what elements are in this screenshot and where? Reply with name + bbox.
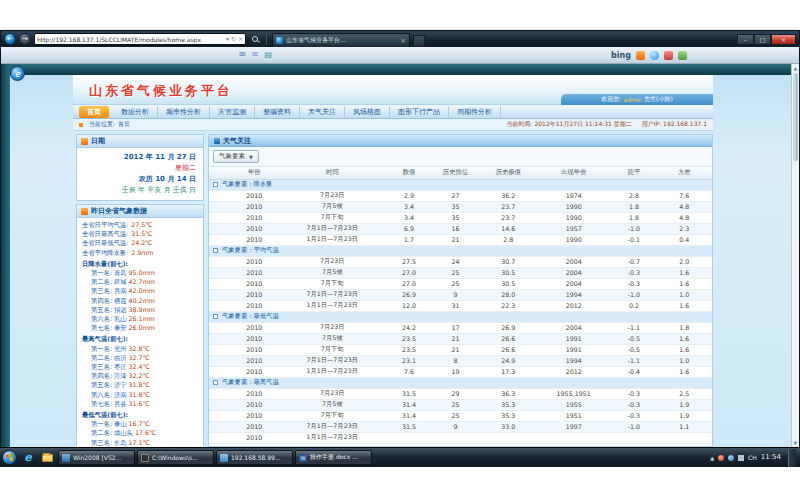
element-filter-button[interactable]: 气象要素 ▼ [213,150,259,163]
tab-close-icon[interactable]: × [400,37,406,45]
table-row[interactable]: 20107月23日27.52430.72004-0.72.0 [209,256,712,267]
cell: 2004 [536,278,611,289]
nav-item-6[interactable]: 风场格图 [345,106,390,118]
row-indent-cell [209,399,232,410]
forward-button-icon[interactable]: → [19,33,31,45]
taskbar-button-1[interactable]: C:\Windows\s... [137,450,214,465]
browser-tab[interactable]: 山东省气候业务平台... × [272,33,410,47]
tab-title[interactable]: 山东省气候业务平台... [286,36,346,45]
rank-item: 第五名:济宁31.8℃ [82,380,200,389]
back-button-icon[interactable]: ← [4,33,16,45]
screenshot-tool-icon[interactable] [664,51,673,60]
qq-icon[interactable] [650,51,659,60]
table-row[interactable]: 20107月下旬23.52126.61991-0.51.6 [209,344,712,355]
page-scrollbar[interactable]: ▲ ▼ [791,64,799,447]
nav-item-2[interactable]: 频率性分析 [158,106,210,118]
table-row[interactable]: 20107月1日—7月23日26.9928.01994-1.01.0 [209,289,712,300]
table-row[interactable]: 20101月1日—7月23日1.7212.81990-0.10.4 [209,234,712,245]
cell: -0.3 [611,388,656,399]
nav-item-8[interactable]: 周期性分析 [449,106,501,118]
table-row[interactable]: 20107月1日—7月23日31.5933.01997-1.01.1 [209,421,712,432]
rank-item: 第一名:兖州32.8℃ [82,344,200,353]
table-row[interactable]: 20107月5候23.52126.61991-0.51.6 [209,333,712,344]
table-section-row-3[interactable]: 气象要素：最高气温 [209,377,712,388]
close-button[interactable]: × [771,34,796,45]
table-row[interactable]: 20107月5候31.42535.31955-0.31.9 [209,399,712,410]
mail-icon-2[interactable]: ✉ [252,51,259,59]
taskbar-button-2[interactable]: 192.168.58.99... [216,450,293,465]
table-row[interactable]: 20107月5候27.02530.52004-0.31.6 [209,267,712,278]
stop-icon[interactable]: × [238,36,243,42]
address-bar[interactable]: http://192.168.137.1/SLCCLIMATE/modules/… [34,33,246,45]
row-indent-cell [209,201,232,212]
rank-item: 第一名:泰山16.7℃ [82,419,200,428]
table-row[interactable]: 20101月1日—7月23日 [209,432,712,443]
table-row[interactable]: 20107月下旬27.02530.52004-0.31.6 [209,278,712,289]
taskbar-button-3[interactable]: W操作手册.docx ... [295,450,372,465]
table-row[interactable]: 20107月23日31.52936.31955,1951-0.32.5 [209,388,712,399]
table-row[interactable]: 20107月1日—7月23日23.1824.91994-1.11.0 [209,355,712,366]
url-text[interactable]: http://192.168.137.1/SLCCLIMATE/modules/… [37,36,224,43]
table-section-row-2[interactable]: 气象要素：最低气温 [209,311,712,322]
rank-label: 第二名: [91,354,112,361]
table-row[interactable]: 20107月5候3.43523.719901.84.8 [209,201,712,212]
taskbar-button-0[interactable]: Win2008 [VS2... [58,450,135,465]
breadcrumb-value[interactable]: 首页 [118,120,130,129]
search-icon[interactable] [252,36,258,42]
nav-item-1[interactable]: 数据分析 [113,106,158,118]
bing-logo[interactable]: bing [611,51,631,60]
table-row[interactable]: 20107月23日24.21726.92004-1.11.8 [209,322,712,333]
row-indent-cell [209,289,232,300]
rank-label: 第七名: [91,400,112,407]
table-section-row-0[interactable]: 气象要素：降水量 [209,179,712,190]
app-grid-icon[interactable]: ▤ [264,51,272,59]
table-row[interactable]: 20107月1日—7月23日6.91614.61957-1.02.3 [209,223,712,234]
tray-expand-icon[interactable]: ▲ [710,455,714,461]
scrollbar-thumb[interactable] [793,73,798,161]
network-tray-icon[interactable] [728,455,734,461]
scroll-down-icon[interactable]: ▼ [792,440,799,446]
rank-label: 第六名: [91,391,112,398]
nav-item-7[interactable]: 图形下行产品 [390,106,449,118]
volume-tray-icon[interactable] [738,455,744,461]
table-row[interactable]: 20107月23日2.92736.219742.87.6 [209,190,712,201]
row-indent-cell [209,267,232,278]
show-desktop-button[interactable] [788,449,796,467]
start-button[interactable] [2,450,17,465]
taskbar-button-label: Win2008 [VS2... [73,454,121,461]
site-logo-icon: e [10,66,25,81]
station-name: 薛城 [114,278,127,285]
cell: 26.6 [481,344,536,355]
mail-icon[interactable]: ✉ [239,51,246,59]
nav-item-0[interactable]: 首页 [79,106,109,118]
address-dropdown-icon[interactable]: ▾ [226,36,229,42]
maximize-button[interactable]: □ [754,34,771,45]
language-indicator[interactable]: CH [748,454,757,461]
bing-app-icon[interactable] [636,51,645,60]
cell: 31.5 [388,388,431,399]
table-row[interactable]: 20107月下旬31.42535.31951-0.31.9 [209,410,712,421]
antivirus-tray-icon[interactable] [718,455,724,461]
minimize-button[interactable]: – [737,34,754,45]
row-indent-cell [209,355,232,366]
table-section-row-1[interactable]: 气象要素：平均气温 [209,245,712,256]
cell: -0.3 [611,399,656,410]
nav-item-4[interactable]: 整编资料 [255,106,300,118]
pinned-ie-icon[interactable]: e [20,450,36,465]
taskbar-clock[interactable]: 11:54 [761,454,781,461]
table-row[interactable]: 20101月1日—7月23日7.61917.32012-0.41.6 [209,366,712,377]
nav-item-5[interactable]: 天气关注 [300,106,345,118]
plugin-icon[interactable] [678,51,687,60]
rank-item: 第四名:栖霞40.2mm [82,296,200,305]
pinned-explorer-icon[interactable] [39,450,55,465]
table-row[interactable]: 20107月下旬3.43523.719901.84.8 [209,212,712,223]
new-tab-button[interactable] [413,35,425,47]
refresh-icon[interactable]: ↻ [231,36,236,42]
nav-item-3[interactable]: 灾害监测 [210,106,255,118]
scroll-up-icon[interactable]: ▲ [792,65,799,71]
table-row[interactable]: 20101月1日—7月23日12.03122.320120.21.6 [209,300,712,311]
weather-icon [81,208,88,215]
cell: -0.4 [611,366,656,377]
row-indent-cell [209,223,232,234]
cell: 12.0 [388,300,431,311]
